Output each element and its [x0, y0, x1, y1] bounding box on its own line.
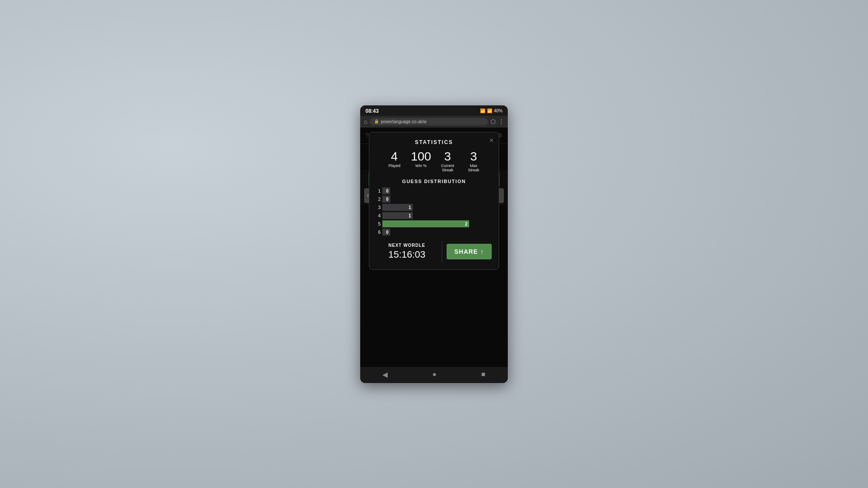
dist-bar-container-1: 0	[382, 187, 492, 194]
dist-bar-container-4: 1	[382, 212, 492, 219]
dist-num-4: 4	[376, 213, 381, 218]
countdown-timer: 15:16:03	[388, 249, 426, 260]
battery-indicator: 40%	[494, 108, 503, 113]
nav-recent-button[interactable]: ■	[481, 370, 486, 378]
dist-bar-6: 0	[382, 229, 390, 236]
modal-title: STATISTICS	[376, 139, 492, 145]
stat-win-pct: 100 Win %	[411, 151, 431, 173]
share-button[interactable]: SHARE ↑	[447, 244, 492, 259]
wifi-icon: 📶	[480, 108, 485, 113]
modal-close-button[interactable]: ×	[490, 137, 493, 144]
dist-bar-5: 2	[382, 220, 469, 227]
stat-current-streak-value: 3	[444, 151, 451, 163]
dist-bar-4: 1	[382, 212, 413, 219]
phone-frame: 08:43 📶 📶 40% ⌂ 🔒 powerlanguage.co.uk/w …	[360, 105, 508, 383]
nav-back-button[interactable]: ◀	[382, 370, 388, 379]
status-time: 08:43	[365, 108, 379, 114]
lock-icon: 🔒	[374, 119, 379, 124]
menu-button[interactable]: ⋮	[498, 118, 504, 125]
address-bar[interactable]: 🔒 powerlanguage.co.uk/w	[370, 118, 488, 125]
dist-row-4: 4 1	[376, 212, 492, 219]
dist-bar-container-2: 0	[382, 196, 492, 203]
stat-win-pct-value: 100	[411, 151, 431, 163]
distribution-title: GUESS DISTRIBUTION	[376, 179, 492, 184]
browser-bar: ⌂ 🔒 powerlanguage.co.uk/w ⬡ ⋮	[360, 116, 508, 128]
dist-bar-container-5: 2	[382, 220, 492, 227]
stat-current-streak-label: CurrentStreak	[441, 164, 454, 173]
stat-win-pct-label: Win %	[415, 164, 427, 168]
dist-bar-1: 0	[382, 187, 390, 194]
dist-num-6: 6	[376, 229, 381, 235]
share-label: SHARE	[454, 248, 478, 255]
stat-played: 4 Played	[385, 151, 404, 173]
dist-row-3: 3 1	[376, 204, 492, 211]
dist-row-6: 6 0	[376, 229, 492, 236]
dist-row-2: 2 0	[376, 196, 492, 203]
dist-num-5: 5	[376, 221, 381, 226]
bottom-row: NEXT WORDLE 15:16:03 SHARE ↑	[376, 241, 492, 262]
dist-bar-2: 0	[382, 196, 390, 203]
wordle-content: ? WORDLE ⚙ T E A R S × STATISTICS 4 Play…	[360, 128, 508, 367]
dist-bar-container-3: 1	[382, 204, 492, 211]
dist-num-3: 3	[376, 205, 381, 210]
status-bar: 08:43 📶 📶 40%	[360, 105, 508, 116]
stat-played-value: 4	[391, 151, 398, 163]
signal-icon: 📶	[487, 108, 492, 113]
stats-row: 4 Played 100 Win % 3 CurrentStreak 3 Max…	[376, 151, 492, 173]
dist-num-1: 1	[376, 188, 381, 193]
next-wordle-label: NEXT WORDLE	[388, 243, 425, 248]
dist-num-2: 2	[376, 197, 381, 202]
stat-max-streak: 3 MaxStreak	[464, 151, 483, 173]
stat-played-label: Played	[388, 164, 401, 168]
statistics-modal: × STATISTICS 4 Played 100 Win % 3 Curren…	[369, 132, 499, 270]
modal-overlay: × STATISTICS 4 Played 100 Win % 3 Curren…	[360, 128, 508, 367]
dist-row-5: 5 2	[376, 220, 492, 227]
home-button[interactable]: ⌂	[364, 118, 367, 125]
divider	[442, 241, 442, 262]
stat-current-streak: 3 CurrentStreak	[438, 151, 457, 173]
share-icon: ↑	[480, 248, 484, 255]
stat-max-streak-value: 3	[470, 151, 477, 163]
browser-actions: ⬡ ⋮	[490, 118, 504, 125]
stat-max-streak-label: MaxStreak	[468, 164, 479, 173]
nav-bar: ◀ ● ■	[360, 367, 508, 383]
dist-row-1: 1 0	[376, 187, 492, 194]
tabs-button[interactable]: ⬡	[490, 118, 496, 125]
next-wordle-section: NEXT WORDLE 15:16:03	[376, 243, 437, 260]
dist-bar-container-6: 0	[382, 229, 492, 236]
status-icons: 📶 📶 40%	[480, 108, 503, 113]
url-text: powerlanguage.co.uk/w	[381, 119, 426, 124]
dist-bar-3: 1	[382, 204, 413, 211]
nav-home-button[interactable]: ●	[432, 370, 437, 378]
